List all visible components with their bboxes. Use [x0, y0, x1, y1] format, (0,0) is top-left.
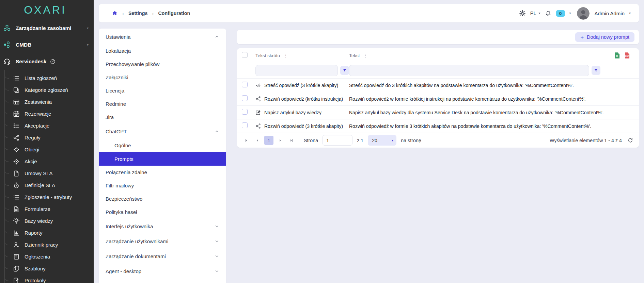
settings-nav-item-filtr-mailowy[interactable]: Filtr mailowy [99, 179, 226, 192]
page-number-input[interactable] [323, 135, 352, 146]
page-size-select[interactable]: 20 ▾ [368, 135, 396, 146]
last-page-button[interactable] [287, 136, 296, 145]
sidebar-item-umowy-sla[interactable]: Umowy SLA [5, 167, 94, 179]
sidebar-item-szablony[interactable]: Szablony [5, 263, 94, 274]
sidebar-item-raporty[interactable]: Raporty [5, 227, 94, 239]
settings-nav-item-label: Połączenia zdalne [106, 169, 147, 175]
workflow-icon [13, 146, 20, 153]
sidebar-item-protokoly[interactable]: Protokoły [5, 274, 94, 283]
settings-nav-item-chatgpt[interactable]: ChatGPT [99, 124, 226, 139]
table-row[interactable]: Rozwiń odpowiedź (krótka instrukcja)Rozw… [237, 92, 639, 105]
settings-nav-item-agent-desktop[interactable]: Agent - desktop [99, 264, 226, 279]
column-label[interactable]: Tekst skrótu [255, 53, 280, 58]
settings-nav-item-polityka-hasel[interactable]: Polityka haseł [99, 205, 226, 219]
settings-nav-item-zalaczniki[interactable]: Załączniki [99, 71, 226, 84]
sidebar-item-definicje-sla[interactable]: Definicje SLA [5, 179, 94, 191]
row-checkbox[interactable] [242, 109, 248, 115]
caret-down-icon: ▾ [392, 139, 393, 142]
sidebar-item-obiegi[interactable]: Obiegi [5, 144, 94, 155]
caret-down-icon: ▾ [87, 43, 90, 47]
bell-icon[interactable] [545, 10, 552, 17]
first-page-button[interactable] [242, 136, 251, 145]
settings-nav-item-przechowywanie-plikow[interactable]: Przechowywanie plików [99, 57, 226, 71]
caret-down-icon[interactable]: ▾ [629, 12, 631, 15]
select-all-checkbox[interactable] [242, 52, 248, 58]
table-row[interactable]: Streść opowiedź (3 krótkie akapity)Streś… [237, 78, 639, 92]
column-menu-icon[interactable]: ⋮ [283, 53, 288, 58]
row-shortcut-cell: Rozwiń odpowiedź (3 krótkie akapity) [255, 123, 349, 129]
sidebar-menu: Zarządzanie zasobami▾CMDB▾ServicedeskLis… [0, 20, 94, 283]
row-checkbox[interactable] [242, 122, 248, 128]
table-filter-row [237, 63, 639, 78]
breadcrumb-configuration[interactable]: Configuration [158, 11, 190, 16]
settings-nav-item-interfejs-uzytkownika[interactable]: Interfejs użytkownika [99, 219, 226, 234]
sidebar-item-formularze[interactable]: Formularze [5, 203, 94, 215]
table-row[interactable]: Napisz artykuł bazy wiedzyNapisz artykuł… [237, 105, 639, 119]
avatar[interactable] [577, 7, 590, 20]
sidebar-item-cmdb[interactable]: CMDB▾ [0, 36, 94, 53]
table-icon [13, 99, 20, 105]
chevron-down-icon [215, 239, 219, 244]
gear-icon[interactable] [519, 10, 526, 17]
sidebar-item-zarzadzanie-zasobami[interactable]: Zarządzanie zasobami▾ [0, 20, 94, 36]
sidebar-item-zgloszenie-atrybuty[interactable]: Zgłoszenie - atrybuty [5, 191, 94, 203]
list-icon [13, 194, 20, 201]
sidebar-item-servicedesk[interactable]: Servicedesk [0, 53, 94, 70]
settings-nav-item-lokalizacja[interactable]: Lokalizacja [99, 44, 226, 57]
sidebar-item-label: Reguły [25, 135, 41, 140]
settings-nav-item-ustawienia[interactable]: Ustawienia [99, 29, 226, 44]
document-icon [13, 170, 20, 177]
filter-button[interactable] [592, 66, 600, 75]
settings-nav-item-zarzadzanie-uzytkownikami[interactable]: Zarządzanie użytkownikami [99, 234, 226, 249]
sidebar-item-lista-zgloszen[interactable]: Lista zgłoszeń [5, 72, 94, 84]
row-text-cell: Rozwiń odpowiedź w formie 3 krótkich aka… [349, 123, 634, 129]
row-checkbox[interactable] [242, 82, 248, 87]
sidebar-item-zestawienia[interactable]: Zestawienia [5, 96, 94, 108]
filter-input-tekst-skrotu[interactable] [255, 65, 338, 76]
settings-nav-item-label: Agent - desktop [106, 268, 141, 274]
sidebar-item-bazy-wiedzy[interactable]: Bazy wiedzy [5, 215, 94, 227]
user-name[interactable]: Admin Admin [595, 11, 625, 16]
settings-nav-item-label: Prompts [114, 156, 133, 162]
language-selector[interactable]: PL ▾ [530, 11, 540, 16]
settings-nav-item-polaczenia-zdalne[interactable]: Połączenia zdalne [99, 166, 226, 179]
sidebar-item-akcje[interactable]: Akcje [5, 155, 94, 167]
sidebar-item-reguly[interactable]: Reguły [5, 132, 94, 144]
filter-button[interactable] [340, 66, 349, 75]
settings-nav-item-bezpieczenstwo[interactable]: Bezpieczeństwo [99, 192, 226, 205]
export-pdf-icon[interactable]: PDF [624, 52, 631, 59]
next-page-button[interactable] [276, 136, 285, 145]
add-prompt-button[interactable]: + Dodaj nowy prompt [575, 32, 634, 42]
caret-down-icon[interactable]: ▾ [569, 12, 571, 15]
sidebar-item-dziennik-pracy[interactable]: Dziennik pracy [5, 239, 94, 251]
double-check-icon [255, 82, 261, 88]
previous-page-button[interactable] [253, 136, 262, 145]
oxari-logo: OXARI [0, 0, 94, 20]
settings-nav-item-label: Przechowywanie plików [106, 61, 159, 67]
settings-nav-item-licencja[interactable]: Licencja [99, 84, 226, 97]
settings-nav-item-redmine[interactable]: Redmine [99, 97, 226, 111]
settings-nav-item-label: Załączniki [106, 74, 128, 80]
settings-nav-item-jira[interactable]: Jira [99, 111, 226, 124]
sidebar-item-ogloszenia[interactable]: Ogłoszenia [5, 251, 94, 263]
column-label[interactable]: Tekst [349, 53, 360, 58]
sidebar-submenu: Lista zgłoszeńKategorie zgłoszeńZestawie… [4, 70, 94, 283]
sidebar-item-rezerwacje[interactable]: Rezerwacje [5, 108, 94, 120]
export-excel-icon[interactable]: X [614, 52, 621, 59]
home-icon[interactable] [112, 10, 118, 16]
breadcrumb-settings[interactable]: Settings [128, 11, 147, 16]
settings-nav-item-prompts[interactable]: Prompts [99, 152, 226, 166]
notification-badge[interactable]: 0 [556, 10, 565, 17]
sidebar-item-akceptacje[interactable]: Akceptacje [5, 120, 94, 132]
settings-nav-item-ogolne[interactable]: Ogólne [99, 139, 226, 152]
settings-nav-item-zarzadzanie-dokumentami[interactable]: Zarządzanie dokumentami [99, 249, 226, 264]
row-text: Rozwiń odpowiedź w formie krótkiej instr… [349, 96, 586, 102]
table-row[interactable]: Rozwiń odpowiedź (3 krótkie akapity)Rozw… [237, 119, 639, 133]
filter-input-tekst[interactable] [349, 65, 589, 76]
refresh-icon[interactable] [627, 137, 633, 144]
current-page-button[interactable]: 1 [264, 136, 273, 145]
row-checkbox[interactable] [242, 95, 248, 101]
sidebar-item-kategorie-zgloszen[interactable]: Kategorie zgłoszeń [5, 84, 94, 96]
column-menu-icon[interactable]: ⋮ [363, 53, 368, 58]
share-nodes-icon [13, 134, 20, 141]
